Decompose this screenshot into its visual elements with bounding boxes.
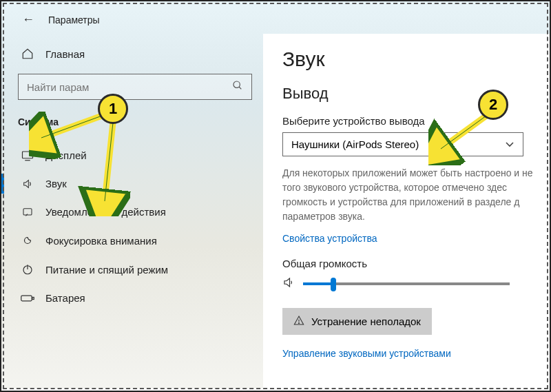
sidebar-item-label: Звук (45, 178, 67, 189)
search-icon (232, 80, 243, 94)
troubleshoot-label: Устранение неполадок (311, 316, 421, 327)
volume-slider-thumb[interactable] (331, 278, 336, 291)
main-content: Звук Вывод Выберите устройство вывода На… (263, 34, 550, 389)
sidebar-item-label: Батарея (45, 292, 85, 304)
sidebar-item-label: Фокусировка внимания (45, 235, 157, 247)
home-icon (21, 48, 34, 60)
warning-icon (293, 315, 304, 328)
nav-home[interactable]: Главная (15, 41, 263, 67)
svg-line-1 (239, 87, 241, 89)
svg-rect-4 (23, 208, 32, 214)
manage-audio-link[interactable]: Управление звуковыми устройствами (282, 348, 451, 359)
sidebar-item-display[interactable]: Дисплей (15, 141, 263, 169)
header-title: Параметры (48, 14, 100, 25)
header: ← Параметры (1, 1, 550, 34)
troubleshoot-button[interactable]: Устранение неполадок (282, 308, 432, 335)
output-device-select[interactable]: Наушники (AirPods Stereo) (282, 132, 523, 156)
volume-icon[interactable] (282, 276, 295, 291)
volume-slider-fill (303, 282, 333, 285)
svg-point-10 (298, 322, 299, 323)
sidebar: Главная Система Дисплей Звук Уведо (1, 34, 263, 389)
notifications-icon (21, 207, 34, 218)
sidebar-item-label: Уведомления и действия (45, 206, 166, 218)
output-help-text: Для некоторых приложений может быть наст… (282, 166, 550, 224)
page-title: Звук (282, 48, 550, 71)
sidebar-item-power[interactable]: Питание и спящий режим (15, 255, 263, 284)
device-properties-link[interactable]: Свойства устройства (282, 233, 377, 244)
back-icon[interactable]: ← (22, 12, 34, 27)
sidebar-group-system: Система (15, 112, 263, 141)
sidebar-item-battery[interactable]: Батарея (15, 284, 263, 312)
focus-icon (21, 234, 34, 247)
section-output-heading: Вывод (282, 85, 550, 103)
battery-icon (21, 293, 34, 303)
output-device-label: Выберите устройство вывода (282, 115, 550, 127)
output-device-value: Наушники (AirPods Stereo) (291, 138, 419, 150)
chevron-down-icon (505, 138, 514, 150)
search-box[interactable] (18, 74, 252, 100)
sidebar-item-notifications[interactable]: Уведомления и действия (15, 198, 263, 226)
display-icon (21, 150, 34, 161)
nav-home-label: Главная (45, 48, 85, 60)
svg-rect-7 (21, 296, 32, 301)
svg-point-0 (233, 81, 240, 87)
sidebar-item-label: Питание и спящий режим (45, 264, 168, 276)
svg-rect-8 (32, 297, 34, 299)
volume-label: Общая громкость (282, 258, 550, 269)
sidebar-item-focus[interactable]: Фокусировка внимания (15, 226, 263, 255)
sidebar-item-sound[interactable]: Звук (15, 169, 263, 198)
sidebar-item-label: Дисплей (45, 149, 87, 161)
power-icon (21, 263, 34, 276)
volume-slider[interactable] (303, 282, 510, 285)
svg-rect-2 (23, 152, 33, 158)
search-input[interactable] (27, 81, 220, 93)
sound-icon (21, 178, 34, 189)
